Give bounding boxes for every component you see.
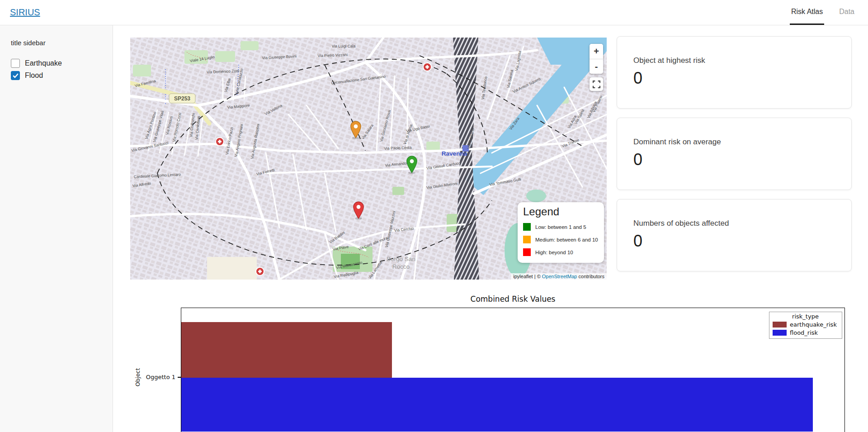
chart-legend-item: flood_risk: [773, 329, 838, 336]
stat-card-title: Dominant risk on average: [633, 138, 851, 147]
street-label: Via Paolo Costa: [384, 145, 411, 151]
checklist-item-earthquake[interactable]: Earthquake: [11, 59, 113, 68]
series-label: earthquake_risk: [790, 321, 837, 328]
stat-card: Numbers of objects affected 0: [617, 199, 852, 271]
tab-data[interactable]: Data: [838, 0, 856, 25]
stat-card-title: Numbers of objects affected: [633, 219, 851, 228]
chart-legend-title: risk_type: [773, 313, 838, 320]
tab-risk-atlas[interactable]: Risk Atlas: [790, 0, 824, 25]
nav-tabs: Risk Atlas Data: [783, 0, 863, 25]
attribution-prefix: ipyleaflet | ©: [513, 274, 542, 279]
map-legend-item: Medium: between 6 and 10: [523, 236, 599, 243]
hospital-icon: [216, 138, 224, 146]
district-label-line2: Rocco: [392, 263, 410, 270]
svg-text:SP253: SP253: [174, 95, 190, 102]
check-icon: [13, 73, 19, 79]
ytick-mark: [178, 377, 181, 378]
top-navbar: SIRIUS Risk Atlas Data: [0, 0, 868, 25]
legend-item-label: High: beyond 10: [535, 250, 573, 255]
district-label-line1: Borgo San: [387, 256, 415, 262]
chart-legend: risk_type earthquake_risk flood_risk: [769, 312, 842, 339]
stat-card: Dominant risk on average 0: [617, 118, 852, 190]
chart-title: Combined Risk Values: [181, 294, 845, 304]
risk-map[interactable]: SP253 Via Giuseppe BoviniViale 14 Luglio…: [130, 38, 607, 280]
street-label: Via Luigi Cala: [332, 44, 356, 48]
series-color-swatch: [773, 330, 787, 336]
stat-card: Object at highest risk 0: [617, 36, 852, 109]
chart-plot: [181, 308, 845, 432]
hospital-icon: [423, 63, 431, 71]
series-color-swatch: [773, 322, 787, 328]
road-badge: SP253: [169, 94, 195, 103]
legend-color-swatch: [523, 223, 531, 231]
earthquake_risk-bar: [181, 322, 392, 378]
series-label: flood_risk: [790, 329, 818, 336]
stat-card-title: Object at highest risk: [633, 56, 851, 65]
flood_risk-bar: [181, 378, 813, 432]
checkbox[interactable]: [11, 59, 20, 68]
ytick-label: Oggetto 1: [144, 374, 175, 380]
attribution-suffix: contributors: [577, 274, 604, 279]
checkbox[interactable]: [11, 71, 20, 80]
sidebar-title: title sidebar: [11, 39, 113, 47]
checklist-item-flood[interactable]: Flood: [11, 71, 113, 80]
fullscreen-icon: [593, 81, 600, 88]
stat-card-value: 0: [633, 150, 851, 169]
map-zoom-controls: + -: [590, 44, 603, 74]
risk-type-checklist: Earthquake Flood: [11, 59, 113, 80]
map-risk-legend: Legend Low: between 1 and 5 Medium: betw…: [518, 202, 604, 263]
chart-legend-item: earthquake_risk: [773, 321, 838, 328]
map-legend-item: High: beyond 10: [523, 248, 599, 256]
stat-card-value: 0: [633, 69, 851, 88]
city-label: Ravenna: [442, 150, 467, 157]
zoom-out-button[interactable]: -: [590, 59, 603, 74]
checklist-item-label: Earthquake: [25, 59, 62, 67]
map-legend-item: Low: between 1 and 5: [523, 223, 599, 231]
legend-item-label: Medium: between 6 and 10: [535, 237, 598, 242]
checklist-item-label: Flood: [25, 71, 43, 80]
fullscreen-button[interactable]: [590, 77, 603, 91]
map-legend-title: Legend: [523, 205, 599, 218]
openstreetmap-link[interactable]: OpenStreetMap: [542, 274, 577, 279]
zoom-in-button[interactable]: +: [590, 44, 603, 59]
hospital-icon: [256, 267, 264, 275]
legend-color-swatch: [523, 236, 531, 243]
sidebar: title sidebar Earthquake Flood: [0, 25, 113, 432]
legend-color-swatch: [523, 248, 531, 256]
y-axis-label: Object: [134, 359, 142, 395]
legend-item-label: Low: between 1 and 5: [535, 224, 586, 230]
map-attribution: ipyleaflet | © OpenStreetMap contributor…: [511, 273, 607, 280]
stat-card-value: 0: [633, 232, 851, 251]
brand-link[interactable]: SIRIUS: [10, 7, 40, 18]
